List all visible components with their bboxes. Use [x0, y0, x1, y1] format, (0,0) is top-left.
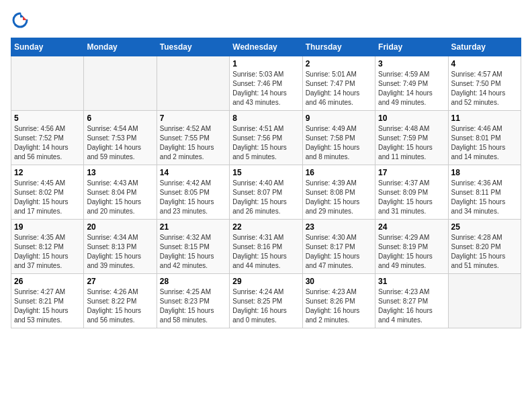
day-number: 28	[160, 277, 226, 286]
weekday-header-wednesday: Wednesday	[230, 38, 302, 56]
day-number: 14	[160, 168, 226, 177]
day-number: 5	[14, 113, 81, 123]
day-number: 30	[306, 277, 372, 286]
day-info: Sunrise: 4:30 AMSunset: 8:17 PMDaylight:…	[306, 233, 372, 271]
day-info: Sunrise: 4:45 AMSunset: 8:02 PMDaylight:…	[14, 179, 81, 216]
weekday-header-thursday: Thursday	[302, 38, 375, 56]
weekday-header-saturday: Saturday	[448, 38, 521, 56]
day-number: 21	[160, 222, 226, 232]
calendar-cell	[157, 56, 229, 111]
day-number: 3	[378, 59, 445, 68]
calendar-cell: 3Sunrise: 4:59 AMSunset: 7:49 PMDaylight…	[375, 56, 448, 111]
calendar-cell: 22Sunrise: 4:31 AMSunset: 8:16 PMDayligh…	[230, 220, 302, 274]
day-info: Sunrise: 4:31 AMSunset: 8:16 PMDaylight:…	[232, 233, 299, 271]
day-info: Sunrise: 4:59 AMSunset: 7:49 PMDaylight:…	[378, 70, 445, 107]
calendar-cell	[448, 274, 521, 328]
calendar-week-4: 19Sunrise: 4:35 AMSunset: 8:12 PMDayligh…	[11, 220, 521, 274]
calendar-cell: 28Sunrise: 4:25 AMSunset: 8:23 PMDayligh…	[157, 274, 229, 328]
day-info: Sunrise: 4:23 AMSunset: 8:27 PMDaylight:…	[378, 287, 445, 325]
day-number: 13	[87, 168, 153, 177]
day-number: 20	[87, 222, 153, 232]
calendar-table: SundayMondayTuesdayWednesdayThursdayFrid…	[11, 38, 521, 328]
day-info: Sunrise: 4:49 AMSunset: 7:58 PMDaylight:…	[306, 124, 372, 162]
calendar-cell: 19Sunrise: 4:35 AMSunset: 8:12 PMDayligh…	[11, 220, 84, 274]
day-number: 6	[87, 113, 153, 123]
weekday-header-monday: Monday	[84, 38, 157, 56]
day-info: Sunrise: 4:23 AMSunset: 8:26 PMDaylight:…	[306, 287, 372, 325]
weekday-header-sunday: Sunday	[11, 38, 84, 56]
calendar-cell: 21Sunrise: 4:32 AMSunset: 8:15 PMDayligh…	[157, 220, 229, 274]
logo	[11, 11, 31, 30]
calendar-cell: 2Sunrise: 5:01 AMSunset: 7:47 PMDaylight…	[302, 56, 375, 111]
weekday-header-friday: Friday	[375, 38, 448, 56]
calendar-cell: 8Sunrise: 4:51 AMSunset: 7:56 PMDaylight…	[230, 111, 302, 165]
day-number: 8	[232, 113, 299, 123]
day-info: Sunrise: 4:35 AMSunset: 8:12 PMDaylight:…	[14, 233, 81, 271]
calendar-cell	[84, 56, 157, 111]
logo-icon	[11, 11, 30, 30]
calendar-cell: 23Sunrise: 4:30 AMSunset: 8:17 PMDayligh…	[302, 220, 375, 274]
day-info: Sunrise: 5:01 AMSunset: 7:47 PMDaylight:…	[306, 70, 372, 107]
day-info: Sunrise: 4:43 AMSunset: 8:04 PMDaylight:…	[87, 179, 153, 216]
page-header	[11, 11, 521, 30]
day-number: 24	[378, 222, 445, 232]
day-info: Sunrise: 4:29 AMSunset: 8:19 PMDaylight:…	[378, 233, 445, 271]
day-info: Sunrise: 4:32 AMSunset: 8:15 PMDaylight:…	[160, 233, 226, 271]
calendar-cell: 6Sunrise: 4:54 AMSunset: 7:53 PMDaylight…	[84, 111, 157, 165]
calendar-cell: 16Sunrise: 4:39 AMSunset: 8:08 PMDayligh…	[302, 165, 375, 220]
day-info: Sunrise: 4:40 AMSunset: 8:07 PMDaylight:…	[232, 179, 299, 216]
calendar-cell: 7Sunrise: 4:52 AMSunset: 7:55 PMDaylight…	[157, 111, 229, 165]
day-info: Sunrise: 4:26 AMSunset: 8:22 PMDaylight:…	[87, 287, 153, 325]
day-number: 23	[306, 222, 372, 232]
calendar-cell: 27Sunrise: 4:26 AMSunset: 8:22 PMDayligh…	[84, 274, 157, 328]
calendar-cell: 30Sunrise: 4:23 AMSunset: 8:26 PMDayligh…	[302, 274, 375, 328]
calendar-week-1: 1Sunrise: 5:03 AMSunset: 7:46 PMDaylight…	[11, 56, 521, 111]
day-number: 22	[232, 222, 299, 232]
calendar-cell: 31Sunrise: 4:23 AMSunset: 8:27 PMDayligh…	[375, 274, 448, 328]
day-number: 4	[451, 59, 518, 68]
day-number: 18	[451, 168, 518, 177]
day-info: Sunrise: 4:46 AMSunset: 8:01 PMDaylight:…	[451, 124, 518, 162]
day-info: Sunrise: 4:34 AMSunset: 8:13 PMDaylight:…	[87, 233, 153, 271]
calendar-cell: 29Sunrise: 4:24 AMSunset: 8:25 PMDayligh…	[230, 274, 302, 328]
day-number: 19	[14, 222, 81, 232]
day-info: Sunrise: 4:25 AMSunset: 8:23 PMDaylight:…	[160, 287, 226, 325]
calendar-cell: 20Sunrise: 4:34 AMSunset: 8:13 PMDayligh…	[84, 220, 157, 274]
day-info: Sunrise: 4:37 AMSunset: 8:09 PMDaylight:…	[378, 179, 445, 216]
day-info: Sunrise: 4:39 AMSunset: 8:08 PMDaylight:…	[306, 179, 372, 216]
calendar-cell: 17Sunrise: 4:37 AMSunset: 8:09 PMDayligh…	[375, 165, 448, 220]
day-number: 17	[378, 168, 445, 177]
calendar-week-3: 12Sunrise: 4:45 AMSunset: 8:02 PMDayligh…	[11, 165, 521, 220]
calendar-cell: 26Sunrise: 4:27 AMSunset: 8:21 PMDayligh…	[11, 274, 84, 328]
day-number: 26	[14, 277, 81, 286]
day-info: Sunrise: 4:51 AMSunset: 7:56 PMDaylight:…	[232, 124, 299, 162]
calendar-cell: 1Sunrise: 5:03 AMSunset: 7:46 PMDaylight…	[230, 56, 302, 111]
day-number: 27	[87, 277, 153, 286]
day-number: 31	[378, 277, 445, 286]
calendar-cell: 14Sunrise: 4:42 AMSunset: 8:05 PMDayligh…	[157, 165, 229, 220]
day-info: Sunrise: 5:03 AMSunset: 7:46 PMDaylight:…	[232, 70, 299, 107]
calendar-cell: 25Sunrise: 4:28 AMSunset: 8:20 PMDayligh…	[448, 220, 521, 274]
day-info: Sunrise: 4:27 AMSunset: 8:21 PMDaylight:…	[14, 287, 81, 325]
calendar-cell: 4Sunrise: 4:57 AMSunset: 7:50 PMDaylight…	[448, 56, 521, 111]
day-number: 15	[232, 168, 299, 177]
calendar-cell: 24Sunrise: 4:29 AMSunset: 8:19 PMDayligh…	[375, 220, 448, 274]
day-info: Sunrise: 4:24 AMSunset: 8:25 PMDaylight:…	[232, 287, 299, 325]
day-info: Sunrise: 4:52 AMSunset: 7:55 PMDaylight:…	[160, 124, 226, 162]
day-number: 2	[306, 59, 372, 68]
day-number: 11	[451, 113, 518, 123]
calendar-cell: 12Sunrise: 4:45 AMSunset: 8:02 PMDayligh…	[11, 165, 84, 220]
day-number: 9	[306, 113, 372, 123]
day-number: 7	[160, 113, 226, 123]
calendar-cell: 11Sunrise: 4:46 AMSunset: 8:01 PMDayligh…	[448, 111, 521, 165]
calendar-cell: 18Sunrise: 4:36 AMSunset: 8:11 PMDayligh…	[448, 165, 521, 220]
calendar-cell: 13Sunrise: 4:43 AMSunset: 8:04 PMDayligh…	[84, 165, 157, 220]
calendar-cell: 10Sunrise: 4:48 AMSunset: 7:59 PMDayligh…	[375, 111, 448, 165]
calendar-week-2: 5Sunrise: 4:56 AMSunset: 7:52 PMDaylight…	[11, 111, 521, 165]
day-info: Sunrise: 4:28 AMSunset: 8:20 PMDaylight:…	[451, 233, 518, 271]
day-info: Sunrise: 4:57 AMSunset: 7:50 PMDaylight:…	[451, 70, 518, 107]
day-number: 1	[232, 59, 299, 68]
day-info: Sunrise: 4:56 AMSunset: 7:52 PMDaylight:…	[14, 124, 81, 162]
calendar-cell: 5Sunrise: 4:56 AMSunset: 7:52 PMDaylight…	[11, 111, 84, 165]
day-number: 25	[451, 222, 518, 232]
